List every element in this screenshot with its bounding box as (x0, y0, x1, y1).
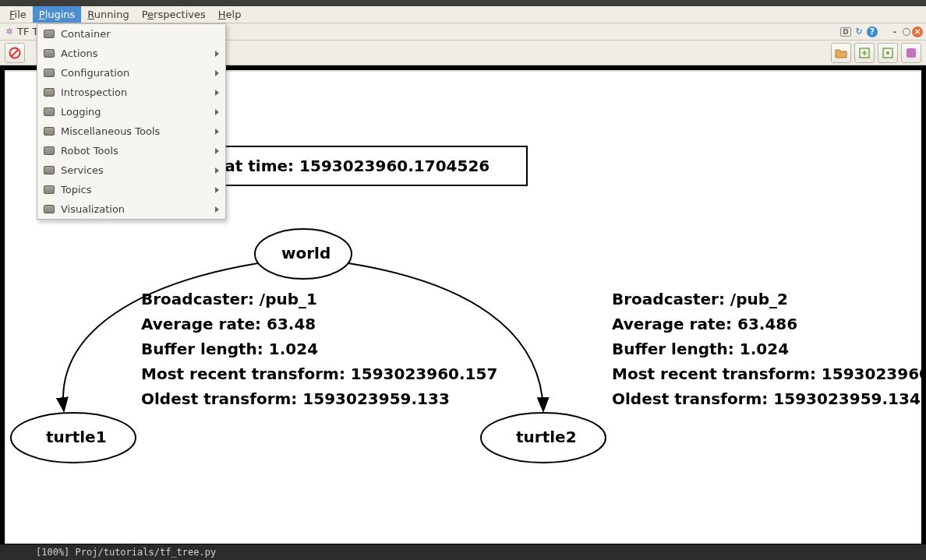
edge1-buffer: Buffer length: 1.024 (141, 340, 318, 358)
plugins-menu-item-label: Miscellaneous Tools (61, 125, 160, 137)
plugins-menu-item-container[interactable]: Container (37, 24, 225, 44)
menu-file[interactable]: File (3, 6, 33, 23)
reload-icon[interactable]: ↻ (853, 26, 865, 38)
submenu-arrow-icon (215, 187, 219, 193)
menu-running[interactable]: Running (81, 6, 135, 23)
folder-icon (44, 69, 55, 77)
plugins-menu-item-robot-tools[interactable]: Robot Tools (37, 141, 225, 160)
node-world: world (281, 244, 330, 262)
folder-icon (44, 88, 55, 97)
plugins-menu-item-label: Services (61, 164, 104, 176)
highlight-button[interactable] (901, 43, 921, 63)
node-turtle2: turtle2 (516, 428, 577, 446)
window-titlebar (0, 0, 926, 6)
maximize-icon[interactable] (903, 28, 910, 36)
plugins-menu-item-label: Logging (61, 106, 101, 118)
fit-icon (858, 47, 871, 59)
svg-point-4 (886, 51, 889, 55)
fit-button[interactable] (854, 43, 875, 63)
folder-icon (44, 205, 55, 213)
plugins-menu-item-visualization[interactable]: Visualization (37, 199, 225, 219)
edge2-avg-rate: Average rate: 63.486 (612, 315, 797, 333)
highlight-icon (905, 47, 917, 59)
submenu-arrow-icon (215, 51, 219, 57)
close-icon[interactable]: × (912, 26, 923, 37)
menu-perspectives[interactable]: Perspectives (136, 6, 212, 23)
plugins-menu-item-topics[interactable]: Topics (37, 180, 225, 199)
bottom-status-bar: [100%] Proj/tutorials/tf_tree.py (0, 544, 926, 560)
submenu-arrow-icon (215, 129, 219, 135)
submenu-arrow-icon (215, 90, 219, 96)
menu-help[interactable]: Help (212, 6, 248, 23)
plugins-menu-item-configuration[interactable]: Configuration (37, 63, 225, 83)
bottom-status-text: [100%] Proj/tutorials/tf_tree.py (36, 547, 216, 558)
plugins-menu-item-logging[interactable]: Logging (37, 102, 225, 122)
submenu-arrow-icon (215, 206, 219, 213)
edge2-buffer: Buffer length: 1.024 (612, 340, 789, 358)
edge2-recent: Most recent transform: 1593023960.157 (612, 365, 926, 383)
graph-refresh-icon (882, 47, 894, 59)
menu-plugins[interactable]: Plugins (33, 6, 82, 23)
edge1-oldest: Oldest transform: 1593023959.133 (141, 389, 450, 408)
submenu-arrow-icon (215, 70, 219, 76)
submenu-arrow-icon (215, 109, 219, 115)
plugins-menu-item-label: Container (61, 28, 111, 40)
svg-line-1 (12, 49, 19, 56)
edge1-broadcaster: Broadcaster: /pub_1 (141, 290, 317, 308)
folder-icon (44, 107, 55, 116)
plugins-menu-item-label: Visualization (61, 203, 125, 215)
minimize-icon[interactable]: - (889, 26, 901, 38)
plugins-dropdown: ContainerActionsConfigurationIntrospecti… (37, 23, 226, 220)
edge1-recent: Most recent transform: 1593023960.157 (141, 365, 497, 383)
help-icon[interactable]: ? (867, 26, 878, 37)
folder-icon (44, 166, 55, 174)
folder-icon (44, 127, 55, 136)
plugins-menu-item-label: Robot Tools (61, 145, 118, 157)
plugins-menu-item-introspection[interactable]: Introspection (37, 83, 225, 102)
save-image-button[interactable] (831, 43, 851, 63)
folder-icon (44, 146, 55, 155)
refresh-graph-button[interactable] (878, 43, 898, 63)
clear-button[interactable] (5, 43, 25, 63)
folder-icon (44, 49, 55, 58)
folder-icon (835, 47, 847, 59)
plugins-menu-item-label: Introspection (61, 86, 127, 98)
plugins-menu-item-label: Actions (61, 48, 98, 59)
svg-rect-5 (907, 48, 916, 58)
ros-icon: ✲ (3, 26, 16, 38)
plugins-menu-item-label: Configuration (61, 67, 129, 79)
plugins-menu-item-miscellaneous-tools[interactable]: Miscellaneous Tools (37, 122, 225, 141)
edge1-avg-rate: Average rate: 63.48 (141, 315, 316, 333)
plugins-menu-item-services[interactable]: Services (37, 160, 225, 180)
submenu-arrow-icon (215, 148, 219, 154)
menubar: File Plugins Running Perspectives Help (0, 6, 926, 23)
edge2-oldest: Oldest transform: 1593023959.134 (612, 389, 921, 408)
plugins-menu-item-label: Topics (61, 184, 91, 195)
submenu-arrow-icon (215, 167, 219, 174)
folder-icon (44, 185, 55, 194)
no-entry-icon (9, 47, 21, 59)
node-turtle1: turtle1 (46, 428, 107, 446)
plugins-menu-item-actions[interactable]: Actions (37, 44, 225, 63)
folder-icon (44, 30, 55, 38)
edge2-broadcaster: Broadcaster: /pub_2 (612, 290, 788, 308)
dock-icon[interactable]: D (840, 27, 851, 37)
